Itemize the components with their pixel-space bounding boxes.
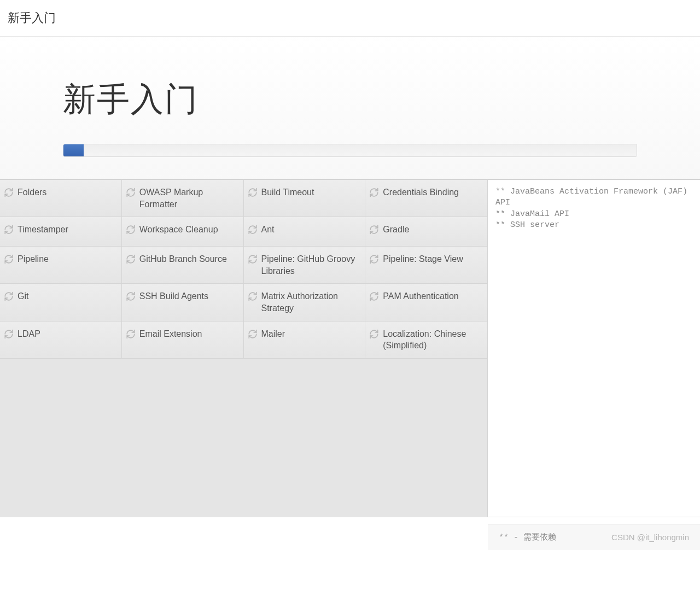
- plugin-name: Folders: [18, 186, 46, 198]
- plugin-name: Timestamper: [18, 224, 68, 236]
- refresh-icon: [369, 254, 380, 265]
- plugin-cell: LDAP: [0, 322, 122, 359]
- plugin-cell: Workspace Cleanup: [122, 217, 244, 247]
- refresh-icon: [125, 329, 136, 340]
- refresh-icon: [3, 254, 14, 265]
- plugin-name: GitHub Branch Source: [139, 253, 227, 265]
- refresh-icon: [125, 187, 136, 198]
- log-line: ** JavaBeans Activation Framework (JAF) …: [495, 186, 692, 209]
- plugin-cell: GitHub Branch Source: [122, 247, 244, 284]
- refresh-icon: [247, 291, 258, 302]
- refresh-icon: [3, 329, 14, 340]
- footer-dependency-note: ** - 需要依赖: [499, 532, 556, 542]
- plugin-name: Matrix Authorization Strategy: [261, 290, 360, 314]
- plugin-name: Git: [18, 290, 28, 302]
- plugin-name: PAM Authentication: [383, 290, 458, 302]
- plugin-name: Pipeline: GitHub Groovy Libraries: [261, 253, 360, 277]
- hero-section: 新手入门: [0, 37, 700, 179]
- plugin-cell: Pipeline: GitHub Groovy Libraries: [244, 247, 366, 284]
- plugin-name: Mailer: [261, 328, 285, 340]
- plugin-name: Email Extension: [139, 328, 202, 340]
- content-area: Folders OWASP Markup Formatter Build Tim…: [0, 179, 700, 517]
- plugin-name: LDAP: [18, 328, 40, 340]
- refresh-icon: [3, 187, 14, 198]
- progress-bar: [63, 144, 637, 157]
- refresh-icon: [125, 224, 136, 235]
- plugin-cell: Folders: [0, 180, 122, 217]
- log-line: ** JavaMail API: [495, 209, 692, 220]
- plugin-cell: OWASP Markup Formatter: [122, 180, 244, 217]
- page-title: 新手入门: [63, 78, 637, 122]
- plugin-cell: Gradle: [365, 217, 487, 247]
- progress-bar-fill: [63, 144, 84, 156]
- refresh-icon: [247, 329, 258, 340]
- refresh-icon: [125, 254, 136, 265]
- plugin-name: Build Timeout: [261, 186, 314, 198]
- plugin-cell: Build Timeout: [244, 180, 366, 217]
- refresh-icon: [3, 291, 14, 302]
- plugin-name: Localization: Chinese (Simplified): [383, 328, 482, 352]
- refresh-icon: [369, 224, 380, 235]
- plugin-cell: SSH Build Agents: [122, 284, 244, 321]
- plugin-cell: Matrix Authorization Strategy: [244, 284, 366, 321]
- plugin-grid: Folders OWASP Markup Formatter Build Tim…: [0, 180, 488, 517]
- refresh-icon: [247, 224, 258, 235]
- plugin-name: Ant: [261, 224, 275, 236]
- refresh-icon: [247, 254, 258, 265]
- plugin-cell: PAM Authentication: [365, 284, 487, 321]
- refresh-icon: [369, 187, 380, 198]
- plugin-name: OWASP Markup Formatter: [139, 186, 238, 210]
- refresh-icon: [247, 187, 258, 198]
- footer-bar: ** - 需要依赖 CSDN @it_lihongmin: [488, 524, 700, 550]
- refresh-icon: [3, 224, 14, 235]
- plugin-cell: Pipeline: Stage View: [365, 247, 487, 284]
- plugin-name: Credentials Binding: [383, 186, 459, 198]
- plugin-cell: Credentials Binding: [365, 180, 487, 217]
- plugin-cell: Email Extension: [122, 322, 244, 359]
- plugin-name: Workspace Cleanup: [139, 224, 218, 236]
- header-bar: 新手入门: [0, 0, 700, 37]
- refresh-icon: [369, 291, 380, 302]
- header-title: 新手入门: [8, 10, 692, 26]
- plugin-cell: Timestamper: [0, 217, 122, 247]
- plugin-name: Pipeline: [18, 253, 49, 265]
- install-log-panel: ** JavaBeans Activation Framework (JAF) …: [488, 180, 700, 517]
- plugin-cell: Localization: Chinese (Simplified): [365, 322, 487, 359]
- watermark: CSDN @it_lihongmin: [611, 533, 689, 542]
- log-line: ** SSH server: [495, 220, 692, 231]
- refresh-icon: [369, 329, 380, 340]
- refresh-icon: [125, 291, 136, 302]
- plugin-name: Gradle: [383, 224, 409, 236]
- plugin-name: SSH Build Agents: [139, 290, 208, 302]
- plugin-cell: Mailer: [244, 322, 366, 359]
- plugin-cell: Ant: [244, 217, 366, 247]
- plugin-name: Pipeline: Stage View: [383, 253, 463, 265]
- plugin-cell: Pipeline: [0, 247, 122, 284]
- plugin-cell: Git: [0, 284, 122, 321]
